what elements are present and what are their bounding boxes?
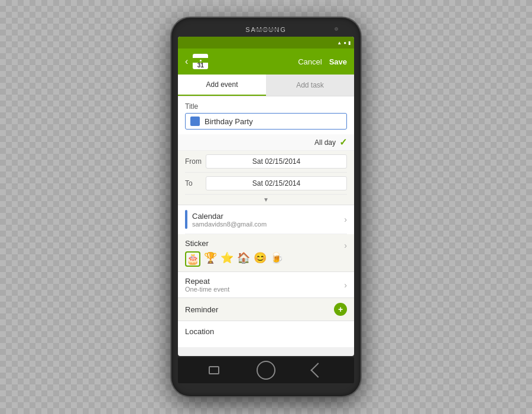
allday-checkbox[interactable]: ✓ <box>339 137 347 148</box>
sticker-cake[interactable]: 🎂 <box>185 251 200 267</box>
phone-top-bar: SAMSUNG <box>176 24 356 37</box>
calendar-section: Calendar samdavidsn8@gmail.com › <box>178 205 354 234</box>
signal-icon: ▲ <box>337 40 342 46</box>
sticker-section: Sticker › 🎂 🏆 ⭐ 🏠 😊 🍺 <box>178 234 354 272</box>
phone-screen: ▲ ● ▮ ‹ 31 Cancel Save Add <box>178 37 354 356</box>
sticker-star[interactable]: ⭐ <box>220 251 233 267</box>
from-row: From Sat 02/15/2014 <box>185 151 347 173</box>
app-header: ‹ 31 Cancel Save <box>178 48 354 75</box>
sticker-icons: 🎂 🏆 ⭐ 🏠 😊 🍺 <box>185 251 347 267</box>
expand-button[interactable]: ▼ <box>178 195 354 205</box>
repeat-section: Repeat One-time event › <box>178 272 354 298</box>
sticker-row: 🎂 🏆 ⭐ 🏠 😊 🍺 <box>185 251 347 267</box>
home-button[interactable] <box>257 361 275 380</box>
sticker-beer[interactable]: 🍺 <box>270 251 283 267</box>
calendar-email: samdavidsn8@gmail.com <box>192 221 344 228</box>
reminder-row: Reminder + <box>185 303 347 316</box>
repeat-row[interactable]: Repeat One-time event › <box>185 277 347 293</box>
to-label: To <box>185 179 206 187</box>
recent-apps-button[interactable] <box>209 366 219 374</box>
back-arrow-icon: ‹ <box>185 56 188 67</box>
wifi-icon: ● <box>343 40 346 46</box>
title-value: Birthday Party <box>205 117 253 126</box>
title-input[interactable]: Birthday Party <box>185 113 347 130</box>
sticker-trophy[interactable]: 🏆 <box>204 251 217 267</box>
calendar-icon: 31 <box>193 54 208 69</box>
sticker-smile[interactable]: 😊 <box>254 251 267 267</box>
calendar-item-content: Calendar samdavidsn8@gmail.com <box>192 212 344 228</box>
tab-bar: Add event Add task <box>178 75 354 96</box>
calendar-section-title: Calendar <box>192 212 344 221</box>
sticker-chevron-icon: › <box>344 241 347 250</box>
tab-add-task[interactable]: Add task <box>266 75 354 96</box>
tab-add-event[interactable]: Add event <box>178 75 266 96</box>
allday-row: All day ✓ <box>178 134 354 151</box>
phone-device: SAMSUNG ▲ ● ▮ ‹ 31 Cancel <box>171 18 361 396</box>
form-content: Title Birthday Party All day ✓ From Sat … <box>178 96 354 347</box>
save-button[interactable]: Save <box>329 57 347 66</box>
back-hardware-button[interactable] <box>311 363 326 377</box>
reminder-section-title: Reminder <box>185 305 218 314</box>
repeat-section-title: Repeat <box>185 277 229 286</box>
phone-bottom-nav <box>178 357 354 383</box>
reminder-section: Reminder + <box>178 298 354 321</box>
repeat-chevron-icon: › <box>344 280 347 290</box>
calendar-item[interactable]: Calendar samdavidsn8@gmail.com › <box>185 205 347 234</box>
calendar-chevron-icon: › <box>344 215 347 224</box>
sticker-section-title: Sticker <box>185 239 209 248</box>
location-section-title: Location <box>185 327 214 336</box>
phone-camera <box>335 27 338 31</box>
phone-speaker <box>254 28 278 31</box>
title-label: Title <box>185 102 347 111</box>
repeat-content: Repeat One-time event <box>185 277 229 293</box>
to-date-picker[interactable]: Sat 02/15/2014 <box>206 176 347 190</box>
status-icons: ▲ ● ▮ <box>337 40 351 46</box>
from-date-picker[interactable]: Sat 02/15/2014 <box>206 154 347 169</box>
location-section: Location <box>178 321 354 341</box>
date-section: From Sat 02/15/2014 To Sat 02/15/2014 ▼ <box>178 151 354 205</box>
add-reminder-button[interactable]: + <box>334 303 347 316</box>
expand-arrow-icon: ▼ <box>263 196 269 203</box>
cancel-button[interactable]: Cancel <box>298 57 322 66</box>
cal-icon-dot <box>200 60 202 62</box>
allday-label: All day <box>314 138 336 147</box>
color-swatch[interactable] <box>190 117 200 126</box>
repeat-sub-text: One-time event <box>185 286 229 293</box>
status-bar: ▲ ● ▮ <box>178 37 354 48</box>
calendar-accent-bar <box>185 210 187 229</box>
sticker-house[interactable]: 🏠 <box>237 251 250 267</box>
back-button[interactable]: ‹ 31 <box>185 54 208 69</box>
battery-icon: ▮ <box>348 40 351 46</box>
to-row: To Sat 02/15/2014 <box>185 173 347 195</box>
from-label: From <box>185 157 206 166</box>
calendar-day-number: 31 <box>197 63 204 69</box>
